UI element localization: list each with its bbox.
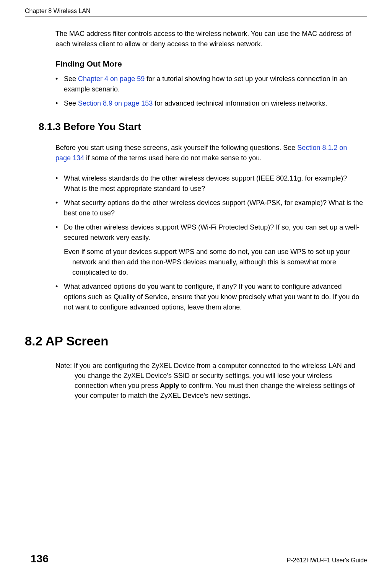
content-body: The MAC address filter controls access t… bbox=[25, 29, 367, 401]
text: Before you start using these screens, as… bbox=[55, 144, 297, 151]
finding-out-more-list: See Chapter 4 on page 59 for a tutorial … bbox=[55, 74, 363, 109]
page-header: Chapter 8 Wireless LAN bbox=[25, 0, 367, 16]
text: See bbox=[64, 75, 78, 83]
cross-ref-link[interactable]: Section 8.9 on page 153 bbox=[78, 99, 153, 107]
intro-paragraph: The MAC address filter controls access t… bbox=[55, 29, 363, 49]
page: Chapter 8 Wireless LAN The MAC address f… bbox=[0, 0, 392, 583]
before-you-start-heading: 8.1.3 Before You Start bbox=[39, 121, 363, 133]
bold-text: Apply bbox=[160, 382, 179, 389]
note-paragraph: Note: If you are configuring the ZyXEL D… bbox=[55, 361, 363, 401]
before-you-start-list: What wireless standards do the other wir… bbox=[55, 173, 363, 313]
text: What advanced options do you want to con… bbox=[64, 283, 359, 311]
finding-out-more-heading: Finding Out More bbox=[55, 59, 363, 68]
chapter-title: Chapter 8 Wireless LAN bbox=[25, 8, 91, 15]
list-item: What wireless standards do the other wir… bbox=[55, 173, 363, 194]
text: What security options do the other wirel… bbox=[64, 199, 363, 217]
text: See bbox=[64, 99, 78, 107]
text: What wireless standards do the other wir… bbox=[64, 174, 347, 192]
page-number: 136 bbox=[25, 548, 54, 569]
text: for advanced technical information on wi… bbox=[153, 99, 327, 107]
before-paragraph: Before you start using these screens, as… bbox=[55, 143, 363, 163]
cross-ref-link[interactable]: Chapter 4 on page 59 bbox=[78, 75, 145, 83]
list-item: Do the other wireless devices support WP… bbox=[55, 222, 363, 278]
note-label: Note: bbox=[55, 362, 74, 370]
list-item: What advanced options do you want to con… bbox=[55, 282, 363, 313]
text: if some of the terms used here do not ma… bbox=[84, 154, 262, 162]
guide-title: P-2612HWU-F1 User's Guide bbox=[287, 554, 367, 564]
list-item: What security options do the other wirel… bbox=[55, 198, 363, 218]
list-item-continuation: Even if some of your devices support WPS… bbox=[72, 247, 363, 278]
text: Do the other wireless devices support WP… bbox=[64, 223, 359, 241]
page-footer: 136 P-2612HWU-F1 User's Guide bbox=[25, 548, 367, 569]
list-item: See Section 8.9 on page 153 for advanced… bbox=[55, 98, 363, 109]
ap-screen-heading: 8.2 AP Screen bbox=[25, 334, 363, 348]
list-item: See Chapter 4 on page 59 for a tutorial … bbox=[55, 74, 363, 94]
